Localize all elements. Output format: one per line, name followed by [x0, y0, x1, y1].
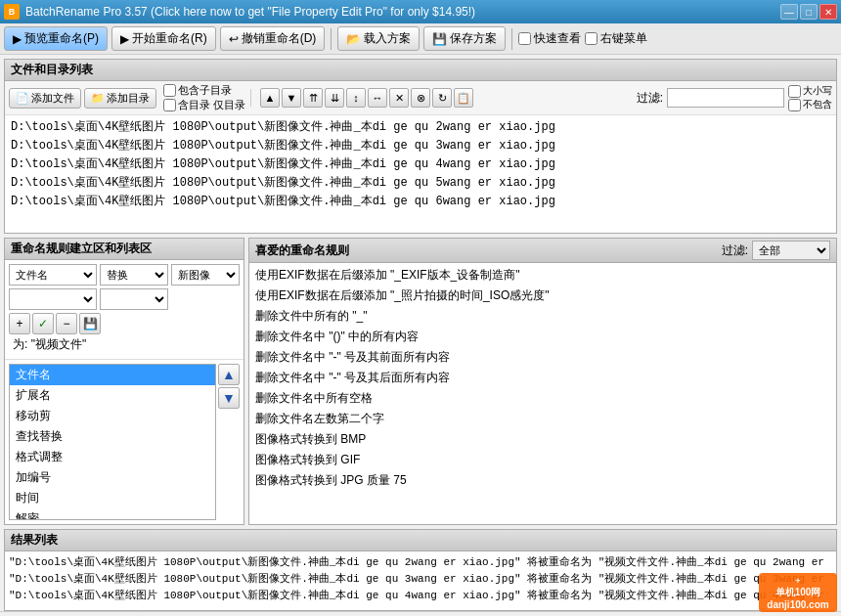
rule-type-select[interactable]: 文件名 扩展名 移动剪 查找替换 格式调整 加编号 时间 解密 FX 图像 — [9, 264, 97, 286]
rule-confirm-btn[interactable]: ✓ — [32, 313, 54, 334]
type-item-move[interactable]: 移动剪 — [10, 406, 215, 426]
file-panel-title: 文件和目录列表 — [5, 60, 836, 81]
move-up-button[interactable]: ▲ — [260, 88, 280, 108]
app-title: BatchRename Pro 3.57 (Click here now to … — [25, 5, 475, 19]
minimize-btn[interactable]: — — [780, 4, 798, 20]
rule-minus-btn[interactable]: − — [56, 313, 77, 334]
saved-rule-item[interactable]: 图像格式转换到 GIF — [249, 450, 836, 470]
saved-rules-filter: 过滤: 全部 文件名 扩展名 — [722, 241, 830, 260]
close-btn[interactable]: ✕ — [819, 4, 837, 20]
load-scheme-button[interactable]: 📂 载入方案 — [337, 26, 420, 51]
preview-rename-button[interactable]: ▶ 预览重命名(P) — [4, 26, 108, 51]
saved-rule-item[interactable]: 删除文件中所有的 "_" — [249, 306, 836, 327]
saved-rule-item[interactable]: 图像格式转换到 JPG 质量 75 — [249, 470, 836, 491]
main-toolbar: ▶ 预览重命名(P) ▶ 开始重命名(R) ↩ 撤销重命名(D) 📂 载入方案 … — [0, 23, 841, 55]
saved-rule-item[interactable]: 使用EXIF数据在后缀添加 "_照片拍摄的时间_ISO感光度" — [249, 286, 836, 306]
move-bottom-button[interactable]: ⇊ — [325, 88, 344, 108]
not-include-label[interactable]: 不包含 — [788, 98, 832, 111]
start-icon: ▶ — [120, 32, 129, 46]
rule-sub2-select[interactable] — [100, 288, 168, 310]
type-item-replace[interactable]: 查找替换 — [10, 426, 215, 447]
properties-button[interactable]: 📋 — [454, 88, 473, 108]
refresh-button[interactable]: ↻ — [432, 88, 452, 108]
include-only-check[interactable]: 含目录 仅目录 — [163, 98, 245, 112]
saved-rules-filter-select[interactable]: 全部 文件名 扩展名 — [752, 241, 830, 260]
saved-rule-item[interactable]: 删除文件名中所有空格 — [249, 388, 836, 409]
filter-input[interactable] — [667, 88, 784, 108]
rule-type-list: 文件名 扩展名 移动剪 查找替换 格式调整 加编号 时间 解密 FX 图像 — [9, 364, 216, 520]
type-item-number[interactable]: 加编号 — [10, 467, 215, 488]
move-top-button[interactable]: ⇈ — [303, 88, 323, 108]
add-file-icon: 📄 — [16, 92, 29, 105]
start-rename-button[interactable]: ▶ 开始重命名(R) — [111, 26, 216, 51]
rules-area: 重命名规则建立区和列表区 文件名 扩展名 移动剪 查找替换 格式调整 加编号 时… — [4, 238, 837, 525]
watermark-icon: + — [795, 576, 800, 586]
watermark-line1: 单机100网 — [775, 586, 821, 599]
list-item[interactable]: D:\tools\桌面\4K壁纸图片 1080P\output\新图像文件.神曲… — [9, 192, 832, 210]
filter-label: 过滤: — [637, 90, 663, 107]
results-panel-title: 结果列表 — [5, 530, 836, 551]
filter-area: 过滤: 大小写 不包含 — [637, 84, 832, 111]
add-dir-button[interactable]: 📁 添加目录 — [84, 88, 156, 109]
file-list: D:\tools\桌面\4K壁纸图片 1080P\output\新图像文件.神曲… — [5, 115, 836, 233]
list-down-btn[interactable]: ▼ — [218, 387, 240, 409]
saved-rules-list: 使用EXIF数据在后缀添加 "_EXIF版本_设备制造商" 使用EXIF数据在后… — [249, 263, 836, 524]
add-file-button[interactable]: 📄 添加文件 — [9, 88, 81, 109]
type-item-time[interactable]: 时间 — [10, 488, 215, 508]
remove-button[interactable]: ✕ — [389, 88, 409, 108]
list-item[interactable]: D:\tools\桌面\4K壁纸图片 1080P\output\新图像文件.神曲… — [9, 136, 832, 154]
quick-view-check[interactable]: 快速查看 — [518, 30, 581, 47]
saved-rule-item[interactable]: 删除文件名中 "-" 号及其后面所有内容 — [249, 368, 836, 388]
saved-rules-filter-label: 过滤: — [722, 242, 748, 259]
rule-save-btn[interactable]: 💾 — [79, 313, 101, 334]
reverse-button[interactable]: ↔ — [368, 88, 387, 108]
context-menu-check[interactable]: 右键菜单 — [585, 30, 647, 47]
file-toolbar: 📄 添加文件 📁 添加目录 包含子目录 含目录 仅目录 ▲ — [5, 81, 836, 115]
up-down-buttons: ▲ ▼ — [218, 364, 240, 520]
rules-left-title: 重命名规则建立区和列表区 — [5, 239, 243, 260]
rule-action-select[interactable]: 替换 — [100, 264, 168, 286]
list-up-btn[interactable]: ▲ — [218, 364, 240, 385]
type-item-filename[interactable]: 文件名 — [10, 365, 215, 385]
saved-rule-item[interactable]: 删除文件名中 "()" 中的所有内容 — [249, 327, 836, 347]
cancel-icon: ↩ — [229, 32, 239, 46]
move-down-button[interactable]: ▼ — [282, 88, 301, 108]
saved-rules-header: 喜爱的重命名规则 过滤: 全部 文件名 扩展名 — [249, 239, 836, 263]
type-item-decrypt[interactable]: 解密 — [10, 508, 215, 520]
sort-button[interactable]: ↕ — [346, 88, 366, 108]
file-toolbar-sep — [250, 89, 251, 107]
list-item[interactable]: D:\tools\桌面\4K壁纸图片 1080P\output\新图像文件.神曲… — [9, 117, 832, 136]
size-case-label[interactable]: 大小写 — [788, 84, 832, 98]
saved-rules-panel: 喜爱的重命名规则 过滤: 全部 文件名 扩展名 使用EXIF数据在后缀添加 "_… — [248, 238, 837, 525]
saved-rule-item[interactable]: 图像格式转换到 BMP — [249, 429, 836, 450]
main-area: 文件和目录列表 📄 添加文件 📁 添加目录 包含子目录 含目录 仅目录 — [0, 55, 841, 614]
result-item: "D:\tools\桌面\4K壁纸图片 1080P\output\新图像文件.神… — [9, 587, 832, 603]
rules-left-panel: 重命名规则建立区和列表区 文件名 扩展名 移动剪 查找替换 格式调整 加编号 时… — [4, 238, 244, 525]
saved-rule-item[interactable]: 删除文件名左数第二个字 — [249, 409, 836, 429]
preview-icon: ▶ — [13, 32, 22, 46]
saved-rule-item[interactable]: 删除文件名中 "-" 号及其前面所有内容 — [249, 347, 836, 368]
list-item[interactable]: D:\tools\桌面\4K壁纸图片 1080P\output\新图像文件.神曲… — [9, 173, 832, 192]
rule-add-btn[interactable]: + — [9, 313, 30, 334]
rule-sub-select[interactable] — [9, 288, 97, 310]
clear-button[interactable]: ⊗ — [411, 88, 430, 108]
separator-1 — [331, 28, 332, 50]
separator-2 — [511, 28, 512, 50]
title-bar: B BatchRename Pro 3.57 (Click here now t… — [0, 0, 841, 23]
type-item-format[interactable]: 格式调整 — [10, 447, 215, 467]
rule-target-select[interactable]: 新图像 — [171, 264, 240, 286]
file-panel: 文件和目录列表 📄 添加文件 📁 添加目录 包含子目录 含目录 仅目录 — [4, 59, 837, 234]
status-bar: 5 个文件已经做好改名换拄的准备工作。 — [0, 611, 841, 616]
list-item[interactable]: D:\tools\桌面\4K壁纸图片 1080P\output\新图像文件.神曲… — [9, 154, 832, 173]
type-item-ext[interactable]: 扩展名 — [10, 385, 215, 406]
saved-rules-title: 喜爱的重命名规则 — [255, 242, 349, 259]
load-icon: 📂 — [346, 32, 361, 46]
cancel-rename-button[interactable]: ↩ 撤销重命名(D) — [220, 26, 326, 51]
maximize-btn[interactable]: □ — [800, 4, 818, 20]
rule-for-label: 为: "视频文件" — [9, 334, 240, 355]
result-item: "D:\tools\桌面\4K壁纸图片 1080P\output\新图像文件.神… — [9, 570, 832, 587]
save-scheme-button[interactable]: 💾 保存方案 — [423, 26, 506, 51]
saved-rule-item[interactable]: 使用EXIF数据在后缀添加 "_EXIF版本_设备制造商" — [249, 265, 836, 286]
case-options: 大小写 不包含 — [788, 84, 832, 111]
include-sub-check[interactable]: 包含子目录 — [163, 83, 245, 98]
